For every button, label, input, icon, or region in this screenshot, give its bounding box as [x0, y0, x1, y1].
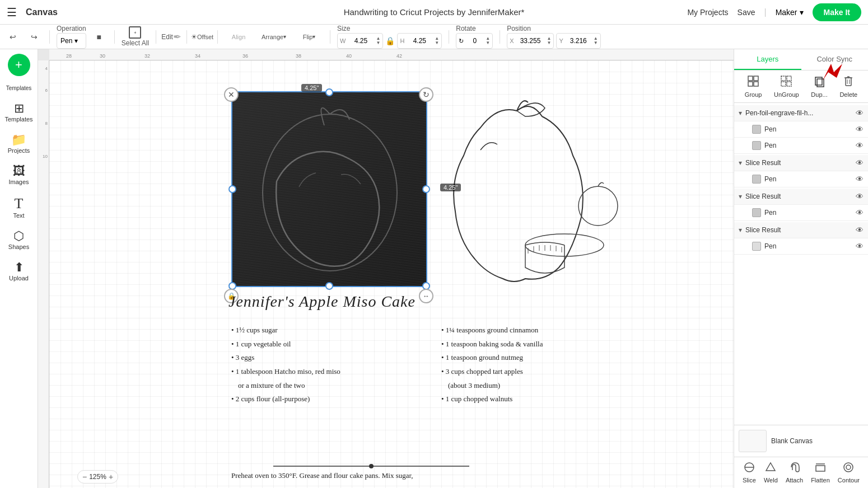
width-input[interactable]: W 4.25 ▲ ▼ — [337, 33, 383, 49]
new-button[interactable]: + — [8, 54, 30, 76]
sidebar-item-upload[interactable]: ⬆ Upload — [2, 257, 36, 286]
layer-header-slice1[interactable]: ▾ Slice Result 👁 — [734, 155, 868, 171]
eye-icon-slice1[interactable]: 👁 — [856, 158, 864, 167]
pen2-label: Pen — [764, 142, 852, 149]
arrange-button[interactable]: Arrange ▾ — [257, 29, 291, 45]
weld-action[interactable]: Weld — [764, 462, 778, 484]
upload-label: Upload — [9, 275, 29, 281]
flatten-action[interactable]: Flatten — [811, 462, 830, 484]
toolbar-separator-1 — [49, 30, 50, 44]
scale-handle[interactable]: ↔ — [419, 289, 433, 303]
handle-top-mid[interactable] — [325, 88, 333, 96]
maker-dropdown[interactable]: Maker ▾ — [776, 8, 804, 17]
sidebar-item-new[interactable]: Templates — [2, 81, 36, 96]
ungroup-action[interactable]: UnGroup — [774, 75, 799, 98]
layer-header-slice2[interactable]: ▾ Slice Result 👁 — [734, 189, 868, 205]
duplicate-icon — [813, 75, 825, 90]
align-button[interactable]: Align — [225, 29, 253, 45]
ingredients-right: • 1¼ teaspoons ground cinnamon • 1 teasp… — [441, 323, 634, 406]
hamburger-menu[interactable]: ☰ — [7, 6, 17, 19]
slice-action[interactable]: Slice — [743, 462, 756, 484]
canvas-area[interactable]: 28 30 32 34 36 38 40 42 4 6 8 10 — [38, 49, 734, 488]
layer-item-pen3[interactable]: Pen 👁 — [734, 171, 868, 187]
height-input[interactable]: H 4.25 ▲ ▼ — [397, 33, 442, 49]
attach-label: Attach — [786, 477, 803, 484]
operation-label: Operation — [57, 25, 86, 32]
operation-icon-button[interactable]: ■ — [91, 29, 108, 45]
make-it-button[interactable]: Make It — [813, 3, 861, 21]
document-title[interactable]: Handwriting to Cricut Projects by Jennif… — [344, 7, 525, 17]
sidebar-item-templates[interactable]: ⊞ Templates — [2, 98, 36, 127]
projects-icon: 📁 — [11, 134, 26, 146]
group-icon — [747, 75, 759, 90]
eye-icon-pen5[interactable]: 👁 — [856, 242, 864, 251]
pen1-label: Pen — [764, 125, 852, 133]
flatten-icon — [815, 462, 826, 476]
contour-action[interactable]: Contour — [838, 462, 860, 484]
save-button[interactable]: Save — [738, 8, 755, 17]
layer-item-pen2[interactable]: Pen 👁 — [734, 138, 868, 154]
delete-icon — [842, 75, 855, 90]
eye-icon-pen2[interactable]: 👁 — [856, 141, 864, 150]
bottom-actions: Slice Weld Attach Flatten — [734, 457, 868, 488]
eye-icon-pen3[interactable]: 👁 — [856, 175, 864, 184]
redo-button[interactable]: ↪ — [26, 29, 43, 45]
layer-header-pen-foil[interactable]: ▾ Pen-foil-engrave-fil-h... 👁 — [734, 105, 868, 121]
x-input[interactable]: X 33.255 ▲ ▼ — [507, 33, 554, 49]
edit-button[interactable]: Edit ✒ — [163, 29, 180, 45]
rotate-handle[interactable]: ↻ — [419, 87, 433, 102]
layers-content: ▾ Pen-foil-engrave-fil-h... 👁 Pen 👁 Pen … — [734, 103, 868, 425]
select-all-button[interactable]: + Select All — [122, 26, 149, 47]
undo-button[interactable]: ↩ — [4, 29, 21, 45]
images-label: Images — [8, 179, 29, 185]
eye-icon-pen4[interactable]: 👁 — [856, 208, 864, 217]
offset-button[interactable]: ☀ Offset — [194, 29, 211, 45]
selection-box[interactable] — [231, 91, 427, 287]
handle-bottom-mid[interactable] — [325, 282, 333, 290]
zoom-out-button[interactable]: − — [82, 472, 87, 481]
sidebar: + Templates ⊞ Templates 📁 Projects 🖼 Ima… — [0, 49, 38, 488]
lock-aspect-icon[interactable]: 🔒 — [385, 36, 395, 45]
duplicate-action[interactable]: Dup... — [811, 75, 827, 98]
delete-action[interactable]: Delete — [839, 75, 857, 98]
group-action[interactable]: Group — [745, 75, 762, 98]
y-input[interactable]: Y 3.216 ▲ ▼ — [556, 33, 600, 49]
layer-item-pen1[interactable]: Pen 👁 — [734, 121, 868, 138]
position-label: Position — [507, 25, 601, 32]
operation-select[interactable]: Pen ▾ — [57, 33, 86, 49]
blank-canvas-section: Blank Canvas — [734, 425, 868, 457]
my-projects-link[interactable]: My Projects — [687, 8, 728, 17]
toolbar-separator-4 — [186, 30, 187, 44]
eye-icon-pen1[interactable]: 👁 — [856, 125, 864, 134]
pen3-label: Pen — [764, 175, 852, 183]
layer-header-slice3[interactable]: ▾ Slice Result 👁 — [734, 222, 868, 238]
images-icon: 🖼 — [13, 165, 25, 177]
layer-item-pen5[interactable]: Pen 👁 — [734, 238, 868, 255]
attach-icon — [788, 462, 800, 476]
svg-rect-10 — [754, 82, 758, 86]
shapes-icon: ⬡ — [13, 230, 24, 242]
sidebar-item-shapes[interactable]: ⬡ Shapes — [2, 226, 36, 255]
flip-button[interactable]: Flip ▾ — [295, 29, 323, 45]
close-handle[interactable]: ✕ — [224, 87, 239, 102]
handle-mid-left[interactable] — [228, 185, 236, 193]
sidebar-item-images[interactable]: 🖼 Images — [2, 161, 36, 190]
layer-color-pen4 — [752, 208, 761, 217]
sidebar-item-text[interactable]: T Text — [2, 192, 36, 223]
attach-action[interactable]: Attach — [786, 462, 803, 484]
tab-layers[interactable]: Layers — [734, 49, 801, 70]
ruler-horizontal: 28 30 32 34 36 38 40 42 — [49, 49, 734, 60]
sidebar-item-projects[interactable]: 📁 Projects — [2, 129, 36, 158]
handle-mid-right[interactable] — [422, 185, 430, 193]
rotate-input[interactable]: ↻ 0 ▲ ▼ — [456, 33, 493, 49]
svg-rect-11 — [781, 76, 786, 81]
rotate-label: Rotate — [456, 25, 493, 32]
eye-icon-slice2[interactable]: 👁 — [856, 192, 864, 201]
slice-icon — [744, 462, 755, 476]
eye-icon-slice3[interactable]: 👁 — [856, 226, 864, 234]
eye-icon-pen-foil[interactable]: 👁 — [856, 109, 864, 118]
zoom-in-button[interactable]: + — [109, 472, 113, 481]
layer-group-slice3: ▾ Slice Result 👁 Pen 👁 — [734, 222, 868, 255]
layer-item-pen4[interactable]: Pen 👁 — [734, 205, 868, 221]
size-group: Size W 4.25 ▲ ▼ 🔒 H 4.25 ▲ ▼ — [337, 25, 442, 49]
